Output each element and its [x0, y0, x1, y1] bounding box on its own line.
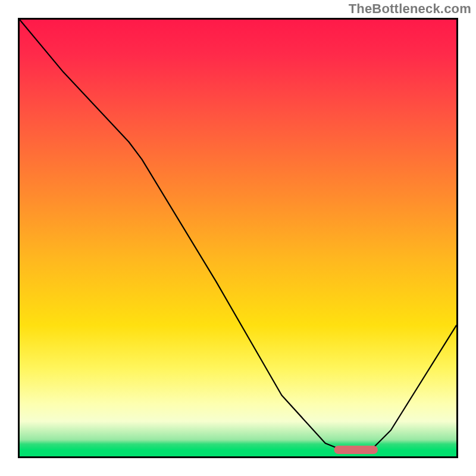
chart-container: TheBottleneck.com	[0, 0, 476, 476]
watermark-text: TheBottleneck.com	[349, 1, 471, 17]
optimum-marker	[334, 446, 378, 454]
bottleneck-curve	[20, 20, 456, 452]
plot-area	[18, 18, 458, 458]
curve-overlay	[20, 20, 456, 456]
